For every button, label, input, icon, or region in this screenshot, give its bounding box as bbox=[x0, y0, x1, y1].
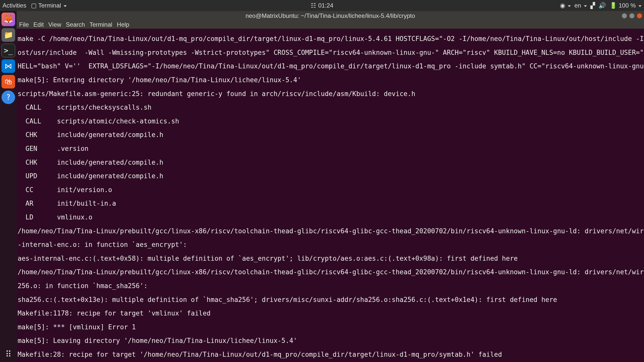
clock[interactable]: ☷ 01:24 bbox=[311, 2, 333, 9]
menu-view[interactable]: View bbox=[48, 21, 61, 28]
output-line: CHK include/generated/compile.h bbox=[18, 159, 643, 166]
output-line: 256.o: in function `hmac_sha256': bbox=[18, 283, 643, 289]
output-line: /home/neo/Tina/Tina-Linux/prebuilt/gcc/l… bbox=[18, 269, 643, 276]
dock-help[interactable]: ? bbox=[2, 90, 15, 104]
menu-terminal[interactable]: Terminal bbox=[90, 21, 112, 28]
menu-edit[interactable]: Edit bbox=[33, 21, 44, 28]
dock-firefox[interactable]: 🦊 bbox=[2, 13, 15, 26]
output-line: /home/neo/Tina/Tina-Linux/prebuilt/gcc/l… bbox=[18, 228, 643, 235]
gnome-topbar: Activities ▢ Terminal ☷ 01:24 ◉ en ▞ 🔊 🔋… bbox=[0, 0, 644, 11]
current-app[interactable]: ▢ Terminal bbox=[31, 2, 67, 9]
dock-show-apps[interactable]: ⠿ bbox=[5, 350, 12, 359]
dock-terminal[interactable]: >_ bbox=[2, 44, 15, 57]
dock-vscode[interactable]: ⋈ bbox=[2, 59, 15, 73]
menubar: File Edit View Search Terminal Help bbox=[17, 21, 644, 29]
terminal-output[interactable]: make -C /home/neo/Tina/Tina-Linux/out/d1… bbox=[17, 29, 644, 362]
output-line: AR init/built-in.a bbox=[18, 200, 643, 207]
battery-icon[interactable]: 🔋 100 % bbox=[610, 2, 641, 9]
output-line: LD vmlinux.o bbox=[18, 214, 643, 221]
dock-software[interactable]: 🛍 bbox=[2, 75, 15, 88]
output-line: aes-internal-enc.c:(.text+0x58): multipl… bbox=[18, 255, 643, 262]
output-line: UPD include/generated/compile.h bbox=[18, 173, 643, 179]
output-line: make[5]: *** [vmlinux] Error 1 bbox=[18, 324, 643, 331]
output-line: make[5]: Entering directory '/home/neo/T… bbox=[18, 77, 643, 83]
output-line: GEN .version bbox=[18, 145, 643, 152]
menu-help[interactable]: Help bbox=[117, 21, 129, 28]
output-line: CALL scripts/checksyscalls.sh bbox=[18, 104, 643, 111]
close-button[interactable] bbox=[637, 13, 642, 18]
output-line: HELL="bash" V='' EXTRA_LDSFLAGS="-I/home… bbox=[18, 63, 643, 70]
menu-file[interactable]: File bbox=[19, 21, 29, 28]
output-line: make[5]: Leaving directory '/home/neo/Ti… bbox=[18, 337, 643, 344]
titlebar: neo@MatrixUbuntu: ~/Tina/Tina-Linux/lich… bbox=[17, 11, 644, 21]
volume-icon[interactable]: 🔊 bbox=[598, 2, 606, 9]
output-line: -internal-enc.o: in function `aes_encryp… bbox=[18, 241, 643, 248]
language-indicator[interactable]: en bbox=[574, 2, 587, 9]
output-line: sha256.c:(.text+0x13e): multiple definit… bbox=[18, 296, 643, 303]
output-line: CALL scripts/atomic/check-atomics.sh bbox=[18, 118, 643, 125]
output-line: CC init/version.o bbox=[18, 187, 643, 193]
dock-files[interactable]: 📁 bbox=[2, 28, 15, 42]
output-line: CHK include/generated/compile.h bbox=[18, 131, 643, 138]
maximize-button[interactable] bbox=[629, 13, 634, 18]
window-title: neo@MatrixUbuntu: ~/Tina/Tina-Linux/lich… bbox=[246, 13, 415, 19]
network-icon[interactable]: ▞ bbox=[590, 2, 595, 9]
output-line: scripts/Makefile.asm-generic:25: redunda… bbox=[18, 90, 643, 97]
output-line: make -C /home/neo/Tina/Tina-Linux/out/d1… bbox=[18, 35, 643, 42]
activities-button[interactable]: Activities bbox=[3, 2, 26, 9]
minimize-button[interactable] bbox=[622, 13, 627, 18]
output-line: Makefile:28: recipe for target '/home/ne… bbox=[18, 351, 643, 358]
dock: 🦊 📁 >_ ⋈ 🛍 ? ⠿ bbox=[0, 11, 17, 362]
a11y-icon[interactable]: ◉ bbox=[560, 2, 571, 9]
menu-search[interactable]: Search bbox=[66, 21, 85, 28]
output-line: ost/usr/include -Wall -Wmissing-prototyp… bbox=[18, 49, 643, 56]
output-line: Makefile:1178: recipe for target 'vmlinu… bbox=[18, 310, 643, 317]
